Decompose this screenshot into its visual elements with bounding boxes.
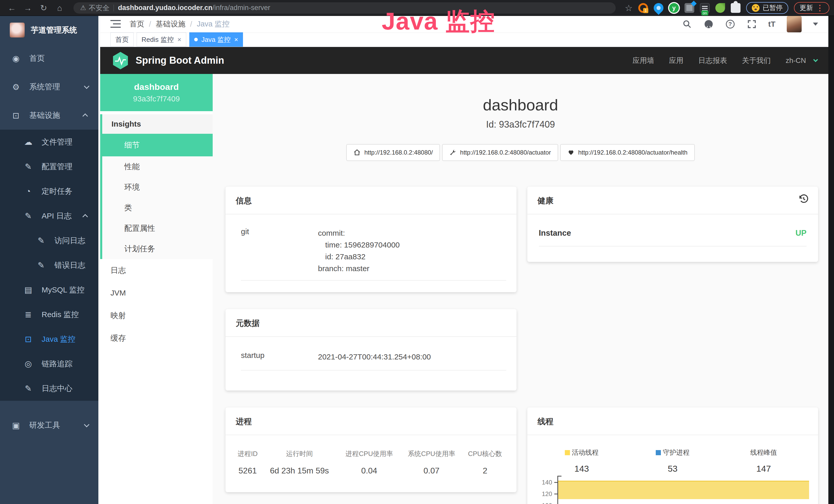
- hamburger-icon[interactable]: [110, 20, 121, 28]
- kebab-menu-icon[interactable]: ⋮: [816, 3, 824, 12]
- sba-menu-environment[interactable]: 环境: [102, 177, 213, 198]
- github-icon[interactable]: [704, 19, 714, 29]
- sba-menu-scheduled-tasks[interactable]: 计划任务: [102, 238, 213, 259]
- sidebar-item-infrastructure[interactable]: ⊡ 基础设施: [0, 101, 100, 130]
- cpu-cores: 2: [463, 466, 507, 476]
- sidebar-item-mysql-monitor[interactable]: ▤ MySQL 监控: [0, 278, 100, 302]
- close-icon[interactable]: ×: [177, 36, 181, 44]
- process-uptime: 6d 23h 15m 59s: [261, 466, 338, 476]
- extension-list-icon[interactable]: on: [700, 3, 710, 13]
- bookmark-star-icon[interactable]: ☆: [625, 3, 633, 13]
- sba-instance-name: dashboard: [134, 82, 179, 92]
- user-avatar[interactable]: [787, 16, 802, 32]
- live-threads-swatch: [565, 450, 570, 455]
- threads-chart-y-axis: 140 120 100: [536, 476, 557, 504]
- actuator-url-button[interactable]: http://192.168.0.2:48080/actuator: [442, 144, 558, 161]
- sidebar-item-scheduled-tasks[interactable]: ◔ 定时任务: [0, 179, 100, 204]
- extensions-puzzle-icon[interactable]: [731, 3, 741, 13]
- health-url-button[interactable]: http://192.168.0.2:48080/actuator/health: [560, 144, 695, 161]
- instance-id-subtitle: Id: 93a3fc7f7409: [213, 119, 828, 130]
- sidebar-item-file-management[interactable]: ☁ 文件管理: [0, 130, 100, 154]
- sba-instance-block[interactable]: dashboard 93a3fc7f7409: [100, 74, 213, 111]
- sba-menu-insights-label: Insights: [102, 114, 213, 134]
- browser-extensions-area: ☆ 1 y on 已暂停 更新 ⋮: [625, 2, 829, 14]
- cloud-upload-icon: ☁: [23, 137, 34, 147]
- sba-menu-mappings[interactable]: 映射: [100, 304, 213, 327]
- sidebar-item-access-logs[interactable]: ✎ 访问日志: [0, 228, 100, 253]
- sidebar-item-config-management[interactable]: ✎ 配置管理: [0, 154, 100, 179]
- tag-java-monitor[interactable]: Java 监控 ×: [189, 32, 243, 47]
- extension-grid-icon[interactable]: [684, 3, 694, 13]
- edit-icon: ✎: [23, 162, 34, 171]
- extension-orange-icon[interactable]: 1: [638, 3, 648, 13]
- metadata-key: startup: [241, 351, 318, 363]
- process-table: 进程ID 运行时间 进程CPU使用率 系统CPU使用率 CPU核心数: [235, 449, 507, 476]
- font-size-icon[interactable]: tT: [768, 20, 775, 28]
- sidebar-item-system-management[interactable]: ⚙ 系统管理: [0, 73, 100, 101]
- browser-update-button[interactable]: 更新 ⋮: [794, 2, 829, 14]
- browser-scrollbar[interactable]: [828, 16, 834, 504]
- health-instance-row: Instance UP: [539, 214, 807, 247]
- extension-pin-icon[interactable]: [652, 1, 665, 15]
- sba-instance-id: 93a3fc7f7409: [133, 94, 180, 103]
- heartbeat-icon: [567, 149, 575, 156]
- legend-peak-threads: 线程峰值: [750, 448, 777, 457]
- tag-redis-monitor[interactable]: Redis 监控 ×: [137, 32, 186, 47]
- close-icon[interactable]: ×: [234, 36, 238, 44]
- sba-menu-logs[interactable]: 日志: [100, 259, 213, 282]
- browser-home-icon[interactable]: ⌂: [52, 1, 67, 15]
- threads-chart: 140 120 100: [536, 476, 809, 504]
- process-table-header: 进程ID: [235, 449, 261, 466]
- status-badge: UP: [795, 229, 807, 238]
- breadcrumb-infrastructure[interactable]: 基础设施: [156, 19, 185, 29]
- extension-leaf-icon[interactable]: [715, 3, 725, 13]
- search-icon[interactable]: [682, 19, 692, 29]
- sba-locale-select[interactable]: zh-CN: [786, 56, 806, 65]
- legend-daemon-threads: 守护进程: [663, 448, 690, 457]
- java-monitor-icon: ⊡: [23, 334, 34, 344]
- sba-nav-applications[interactable]: 应用: [669, 56, 683, 66]
- sba-menu-caches[interactable]: 缓存: [100, 327, 213, 349]
- sidebar-item-rnd-tools[interactable]: ▣ 研发工具: [0, 411, 100, 439]
- tag-home[interactable]: 首页: [110, 32, 134, 47]
- sba-menu-metrics[interactable]: 性能: [102, 156, 213, 177]
- sba-menu-classes[interactable]: 类: [102, 198, 213, 218]
- fullscreen-icon[interactable]: [747, 19, 757, 29]
- process-table-header: CPU核心数: [463, 449, 507, 466]
- history-icon[interactable]: [798, 193, 809, 205]
- help-icon[interactable]: ?: [725, 19, 736, 29]
- breadcrumb-home[interactable]: 首页: [129, 19, 144, 29]
- update-label: 更新: [799, 3, 813, 12]
- gear-icon: ⚙: [11, 82, 21, 92]
- trace-eye-icon: ◎: [23, 359, 34, 369]
- sba-nav-about[interactable]: 关于我们: [742, 56, 771, 66]
- app-title: 芋道管理系统: [31, 25, 77, 36]
- info-key: git: [241, 227, 318, 274]
- sba-menu-jvm[interactable]: JVM: [100, 282, 213, 304]
- sba-nav-journal[interactable]: 日志报表: [698, 56, 727, 66]
- infrastructure-submenu: ☁ 文件管理 ✎ 配置管理 ◔ 定时任务 ✎ API 日志 ✎: [0, 130, 100, 401]
- sba-menu-config-props[interactable]: 配置属性: [102, 218, 213, 238]
- daemon-threads-value: 53: [627, 464, 718, 474]
- sidebar-item-redis-monitor[interactable]: ≣ Redis 监控: [0, 302, 100, 327]
- sidebar-item-api-logs[interactable]: ✎ API 日志: [0, 204, 100, 228]
- sidebar-item-log-center[interactable]: ✎ 日志中心: [0, 376, 100, 401]
- sidebar-item-error-logs[interactable]: ✎ 错误日志: [0, 253, 100, 278]
- api-log-icon: ✎: [23, 211, 34, 221]
- sba-menu-details[interactable]: 细节: [102, 134, 213, 156]
- user-menu-caret-icon[interactable]: [813, 23, 818, 26]
- address-bar[interactable]: ⚠ 不安全 dashboard.yudao.iocoder.cn /infra/…: [73, 2, 616, 14]
- sidebar-item-java-monitor[interactable]: ⊡ Java 监控: [0, 327, 100, 351]
- browser-forward-icon[interactable]: →: [21, 1, 35, 15]
- sidebar-item-home[interactable]: ◉ 首页: [0, 44, 100, 73]
- browser-reload-icon[interactable]: ↻: [37, 1, 51, 15]
- service-url-button[interactable]: http://192.168.0.2:48080/: [346, 144, 440, 161]
- extension-y-icon[interactable]: y: [669, 3, 679, 13]
- paused-profile-chip[interactable]: 已暂停: [746, 2, 788, 14]
- sidebar-item-trace[interactable]: ◎ 链路追踪: [0, 351, 100, 376]
- browser-back-icon[interactable]: ←: [5, 1, 19, 15]
- sba-nav-wallboard[interactable]: 应用墙: [633, 56, 654, 66]
- live-threads-area-series: [558, 481, 809, 499]
- not-secure-label: 不安全: [89, 3, 109, 13]
- sba-brand[interactable]: Spring Boot Admin: [112, 51, 224, 70]
